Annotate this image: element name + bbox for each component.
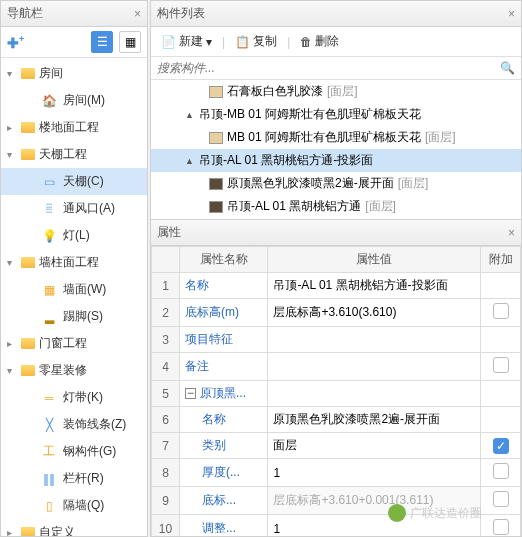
steel-icon: 工 (41, 445, 57, 459)
material-icon (209, 132, 223, 144)
new-button[interactable]: 📄 新建 ▾ (157, 31, 216, 52)
tree-row[interactable]: 吊顶-AL 01 黑胡桃铝方通 [面层] (151, 195, 521, 218)
table-row[interactable]: 3项目特征 (152, 327, 521, 353)
folder-icon (21, 338, 35, 349)
strip-icon: ═ (41, 391, 57, 405)
checkbox[interactable] (493, 519, 509, 535)
table-row[interactable]: 1名称吊顶-AL 01 黑胡桃铝方通-投影面 (152, 273, 521, 299)
nav-item[interactable]: ‖‖栏杆(R) (1, 465, 147, 492)
vent-icon: ⦙⦙⦙ (41, 202, 57, 216)
delete-button[interactable]: 🗑 删除 (296, 31, 343, 52)
nav-item[interactable]: 🏠房间(M) (1, 87, 147, 114)
nav-item[interactable]: ⦙⦙⦙通风口(A) (1, 195, 147, 222)
nav-group[interactable]: ▾零星装修 (1, 357, 147, 384)
nav-group[interactable]: ▸门窗工程 (1, 330, 147, 357)
folder-icon (21, 68, 35, 79)
partition-icon: ▯ (41, 499, 57, 513)
material-icon (209, 86, 223, 98)
table-row[interactable]: 6名称原顶黑色乳胶漆喷黑2遍-展开面 (152, 407, 521, 433)
nav-group[interactable]: ▾房间 (1, 60, 147, 87)
table-row[interactable]: 7类别面层✓ (152, 433, 521, 459)
props-table: 属性名称 属性值 附加 1名称吊顶-AL 01 黑胡桃铝方通-投影面2底标高(m… (151, 246, 521, 536)
nav-group[interactable]: ▾天棚工程 (1, 141, 147, 168)
wechat-icon (388, 504, 406, 522)
checkbox[interactable] (493, 463, 509, 479)
search-icon[interactable]: 🔍 (500, 61, 515, 75)
watermark: 广联达造价圈 (388, 504, 482, 522)
checkbox[interactable] (493, 303, 509, 319)
col-name: 属性名称 (180, 247, 268, 273)
ceiling-icon: ▭ (41, 175, 57, 189)
close-icon[interactable]: × (508, 7, 515, 21)
col-extra: 附加 (481, 247, 521, 273)
copy-button[interactable]: 📋 复制 (231, 31, 281, 52)
nav-group[interactable]: ▸自定义 (1, 519, 147, 536)
component-tree: 石膏板白色乳胶漆 [面层]▲吊顶-MB 01 阿姆斯壮有色肌理矿棉板天花MB 0… (151, 80, 521, 220)
nav-item[interactable]: ▂踢脚(S) (1, 303, 147, 330)
table-row[interactable]: 4备注 (152, 353, 521, 381)
search-input[interactable] (157, 61, 500, 75)
nav-item[interactable]: 工钢构件(G) (1, 438, 147, 465)
nav-item[interactable]: ▭天棚(C) (1, 168, 147, 195)
folder-icon (21, 149, 35, 160)
checkbox[interactable]: ✓ (493, 438, 509, 454)
add-icon[interactable]: ✚+ (7, 34, 24, 51)
checkbox[interactable] (493, 357, 509, 373)
props-title: 属性 (157, 224, 181, 241)
components-title: 构件列表 (157, 5, 205, 22)
nav-group[interactable]: ▸楼地面工程 (1, 114, 147, 141)
list-view-icon[interactable]: ☰ (91, 31, 113, 53)
rail-icon: ‖‖ (41, 472, 57, 486)
folder-icon (21, 527, 35, 536)
tree-row[interactable]: MB 01 阿姆斯壮有色肌理矿棉板天花 [面层] (151, 126, 521, 149)
table-row[interactable]: 5−原顶黑... (152, 381, 521, 407)
nav-item[interactable]: ▦墙面(W) (1, 276, 147, 303)
tree-row[interactable]: 原顶黑色乳胶漆喷黑2遍-展开面 [面层] (151, 172, 521, 195)
checkbox[interactable] (493, 491, 509, 507)
nav-title: 导航栏 (7, 5, 43, 22)
skirting-icon: ▂ (41, 310, 57, 324)
close-icon[interactable]: × (508, 226, 515, 240)
close-icon[interactable]: × (134, 7, 141, 21)
tree-row[interactable]: ▲吊顶-AL 01 黑胡桃铝方通-投影面 (151, 149, 521, 172)
folder-icon (21, 122, 35, 133)
table-row[interactable]: 8厚度(...1 (152, 459, 521, 487)
material-icon (209, 178, 223, 190)
folder-icon (21, 365, 35, 376)
tree-row[interactable]: ▲吊顶-MB 01 阿姆斯壮有色肌理矿棉板天花 (151, 103, 521, 126)
nav-tree: ▾房间🏠房间(M)▸楼地面工程▾天棚工程▭天棚(C)⦙⦙⦙通风口(A)💡灯(L)… (1, 58, 147, 536)
table-row[interactable]: 2底标高(m)层底标高+3.610(3.610) (152, 299, 521, 327)
nav-item[interactable]: 💡灯(L) (1, 222, 147, 249)
nav-item[interactable]: ╳装饰线条(Z) (1, 411, 147, 438)
nav-item[interactable]: ▯隔墙(Q) (1, 492, 147, 519)
tree-row[interactable]: 石膏板白色乳胶漆 [面层] (151, 80, 521, 103)
light-icon: 💡 (41, 229, 57, 243)
nav-group[interactable]: ▾墙柱面工程 (1, 249, 147, 276)
nav-item[interactable]: ═灯带(K) (1, 384, 147, 411)
trim-icon: ╳ (41, 418, 57, 432)
house-icon: 🏠 (41, 94, 57, 108)
grid-view-icon[interactable]: ▦ (119, 31, 141, 53)
material-icon (209, 201, 223, 213)
wall-icon: ▦ (41, 283, 57, 297)
col-value: 属性值 (268, 247, 481, 273)
folder-icon (21, 257, 35, 268)
